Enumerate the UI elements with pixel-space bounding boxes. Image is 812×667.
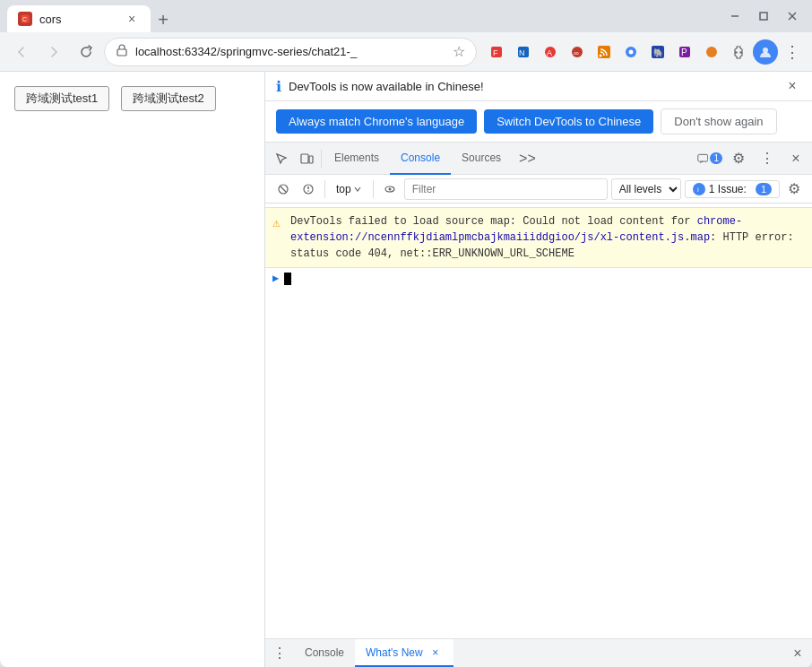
context-selector[interactable]: top [331, 181, 367, 197]
filter-input[interactable] [404, 178, 608, 200]
svg-text:🐘: 🐘 [653, 48, 664, 58]
tab-area: C cors × + [7, 0, 712, 32]
toolbar-separator-2 [373, 180, 374, 198]
prompt-arrow-icon[interactable]: ▶ [272, 272, 279, 285]
devtools-notification-bar: ℹ DevTools is now available in Chinese! … [265, 72, 812, 101]
test2-button[interactable]: 跨域测试test2 [121, 86, 216, 111]
tab-close-button[interactable]: × [124, 11, 140, 27]
bottom-tab-close-icon[interactable]: × [428, 645, 443, 660]
devtools-panel: ℹ DevTools is now available in Chinese! … [264, 72, 812, 667]
extensions-area: F N A ∞ 🐘 P [484, 39, 805, 65]
title-bar: C cors × + [0, 0, 812, 32]
refresh-button[interactable] [72, 38, 100, 66]
profile-button[interactable] [753, 39, 778, 65]
issue-count-icon: i [693, 183, 705, 195]
more-tabs-button[interactable]: >> [512, 143, 543, 175]
switch-devtools-button[interactable]: Switch DevTools to Chinese [484, 109, 653, 134]
ext-icon-2[interactable]: N [511, 39, 536, 65]
minimize-button[interactable] [722, 4, 747, 29]
chat-badge: 1 [710, 152, 722, 164]
svg-rect-3 [760, 13, 767, 20]
info-icon: ℹ [276, 78, 281, 95]
new-tab-button[interactable]: + [151, 7, 176, 32]
context-label: top [336, 183, 351, 195]
devtools-notification-text: ℹ DevTools is now available in Chinese! [276, 78, 484, 95]
notification-message: DevTools is now available in Chinese! [289, 80, 484, 93]
devtools-settings-icon[interactable]: ⚙ [726, 143, 751, 175]
bookmark-icon[interactable]: ☆ [453, 43, 465, 60]
svg-point-16 [600, 54, 602, 56]
svg-point-18 [629, 49, 634, 54]
chat-icon[interactable]: 1 [697, 143, 722, 175]
console-prompt-row: ▶ [265, 268, 812, 289]
svg-point-34 [388, 187, 391, 190]
browser-toolbar: localhost:63342/springmvc-series/chat21-… [0, 32, 812, 72]
page-area: 跨域测试test1 跨域测试test2 ℹ DevTools is now av… [0, 72, 812, 667]
toolbar-separator-1 [324, 180, 325, 198]
log-levels-select[interactable]: All levels [611, 178, 681, 200]
tab-separator [321, 150, 322, 168]
svg-text:i: i [697, 186, 699, 194]
warning-text-1: DevTools failed to load source map: Coul… [290, 215, 697, 228]
ext-icon-chrome[interactable] [618, 39, 644, 65]
ext-icon-p[interactable]: P [672, 39, 697, 65]
issues-badge[interactable]: i 1 Issue: 1 [685, 180, 780, 198]
cursor-blink [284, 273, 291, 285]
always-match-button[interactable]: Always match Chrome's language [276, 109, 477, 134]
dont-show-again-button[interactable]: Don't show again [661, 108, 776, 134]
bottom-tab-console-label: Console [305, 646, 344, 659]
forward-button[interactable] [39, 38, 68, 66]
bottom-tab-whatsnew[interactable]: What's New × [355, 639, 454, 667]
maximize-button[interactable] [751, 4, 776, 29]
tab-title: cors [39, 13, 117, 26]
svg-text:N: N [519, 48, 525, 57]
toggle-log-button[interactable] [298, 178, 319, 200]
bottom-tab-console[interactable]: Console [294, 639, 355, 667]
address-bar[interactable]: localhost:63342/springmvc-series/chat21-… [104, 38, 477, 66]
console-settings-icon[interactable]: ⚙ [783, 178, 805, 200]
ext-icon-3[interactable]: A [538, 39, 563, 65]
bottom-menu-icon[interactable]: ⋮ [265, 639, 294, 668]
ext-icon-orange[interactable] [699, 39, 724, 65]
eye-icon[interactable] [379, 178, 401, 200]
svg-rect-27 [698, 154, 708, 161]
extensions-button[interactable] [726, 39, 751, 65]
ext-icon-4[interactable]: ∞ [565, 39, 590, 65]
console-toolbar: top All levels i 1 Issue: 1 [265, 175, 812, 204]
tab-sources[interactable]: Sources [451, 143, 512, 175]
ext-icon-1[interactable]: F [484, 39, 509, 65]
devtools-bottom-bar: ⋮ Console What's New × × [265, 638, 812, 667]
devtools-more-icon[interactable]: ⋮ [755, 143, 780, 175]
devtools-close-icon[interactable]: × [783, 143, 808, 175]
svg-text:F: F [493, 48, 498, 57]
tab-console[interactable]: Console [390, 143, 451, 175]
inspect-element-icon[interactable] [269, 143, 294, 175]
svg-text:C: C [22, 16, 27, 22]
svg-rect-6 [117, 49, 126, 56]
clear-console-button[interactable] [272, 178, 294, 200]
devtools-actions-bar: Always match Chrome's language Switch De… [265, 101, 812, 143]
svg-text:A: A [547, 48, 552, 57]
svg-point-35 [695, 185, 704, 194]
close-window-button[interactable] [780, 4, 805, 29]
back-button[interactable] [7, 38, 36, 66]
test1-button[interactable]: 跨域测试test1 [14, 86, 109, 111]
devtools-panel-close-icon[interactable]: × [783, 639, 812, 668]
ext-icon-rss[interactable] [592, 39, 617, 65]
svg-point-32 [307, 190, 309, 192]
svg-point-23 [706, 47, 717, 57]
svg-rect-25 [301, 154, 308, 163]
lock-icon [116, 44, 128, 59]
svg-line-29 [281, 186, 286, 192]
warning-icon: ⚠ [272, 214, 280, 233]
console-output: ⚠ DevTools failed to load source map: Co… [265, 204, 812, 638]
tab-favicon: C [18, 12, 32, 26]
warning-message: ⚠ DevTools failed to load source map: Co… [265, 207, 812, 268]
device-toolbar-icon[interactable] [294, 143, 319, 175]
active-tab[interactable]: C cors × [7, 5, 151, 32]
chrome-menu-button[interactable]: ⋮ [780, 39, 805, 65]
tab-elements[interactable]: Elements [324, 143, 390, 175]
ext-icon-elephant[interactable]: 🐘 [645, 39, 670, 65]
notification-close-button[interactable]: × [783, 77, 801, 95]
page-content: 跨域测试test1 跨域测试test2 [0, 72, 264, 667]
